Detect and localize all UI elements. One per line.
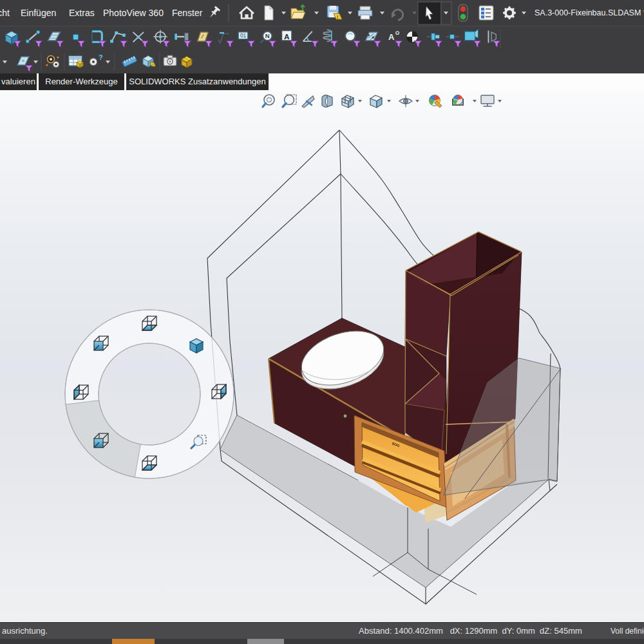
svg-text:!: ! [152, 63, 153, 67]
svg-text:A: A [284, 32, 290, 41]
svg-text:?: ? [99, 53, 103, 61]
svg-text:A: A [388, 32, 395, 42]
svg-text:!: ! [337, 14, 339, 20]
svg-text:N: N [265, 32, 270, 39]
